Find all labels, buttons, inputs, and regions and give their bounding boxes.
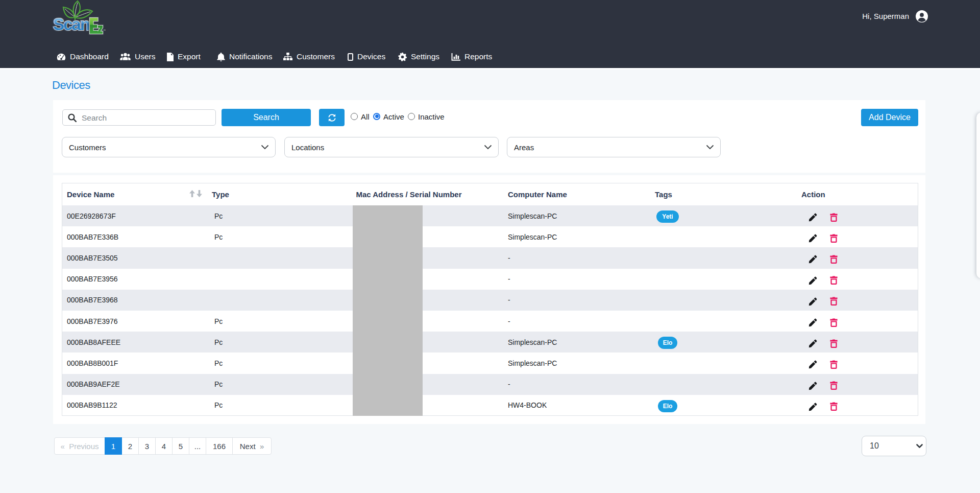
svg-text:™: ™ [103,29,106,32]
svg-text:Scan: Scan [53,15,90,34]
